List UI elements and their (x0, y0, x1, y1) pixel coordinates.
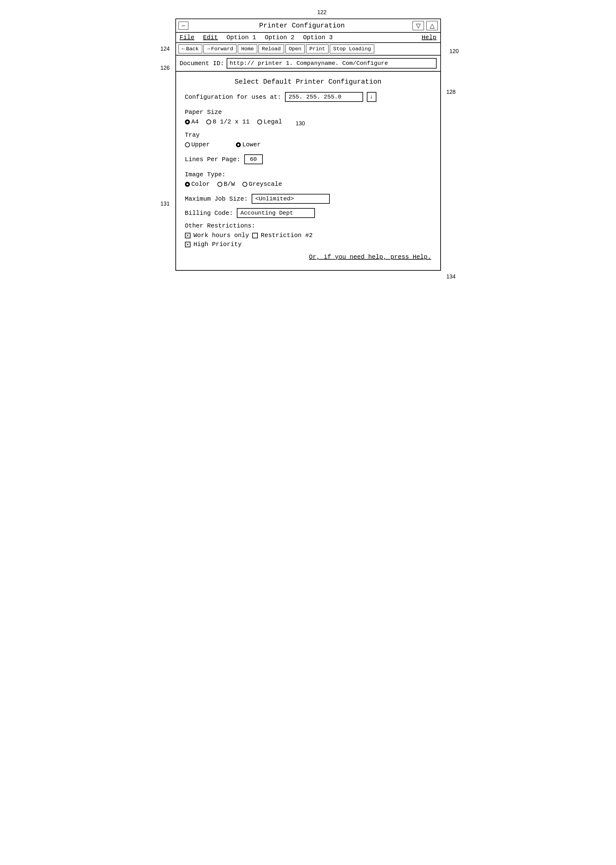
checkbox-work-hours-label: Work hours only (193, 232, 249, 239)
forward-button[interactable]: Forward (203, 44, 237, 53)
address-bar: Document ID: (176, 56, 440, 72)
radio-bw-label: B/W (224, 181, 235, 188)
config-label: Configuration for uses at: (185, 94, 281, 100)
paper-8x11-option[interactable]: 8 1/2 x 11 (206, 118, 250, 126)
back-button[interactable]: Back (179, 44, 202, 53)
radio-legal-label: Legal (264, 118, 282, 126)
label-122: 122 (317, 9, 327, 16)
help-text-content: Or, if you need help, press Help. (309, 253, 431, 261)
checkbox-restriction2-icon[interactable] (252, 233, 258, 238)
restrictions-label: Other Restrictions: (185, 222, 431, 229)
tray-upper-option[interactable]: Upper (185, 141, 210, 148)
lines-per-page-input[interactable] (244, 154, 263, 164)
radio-upper-icon (185, 142, 190, 147)
maximize-button[interactable]: △ (426, 21, 438, 30)
label-124: 124 (160, 46, 170, 52)
checkbox-work-hours-icon[interactable] (185, 233, 190, 238)
restrictions-group: Work hours only Restriction #2 High Prio… (185, 232, 431, 248)
checkbox-restriction2-label: Restriction #2 (261, 232, 313, 239)
menu-option1[interactable]: Option 1 (227, 34, 256, 41)
radio-color-icon (185, 182, 190, 187)
checkbox-high-priority-label: High Priority (193, 241, 242, 248)
window-title: Printer Configuration (192, 22, 412, 30)
radio-8x11-label: 8 1/2 x 11 (213, 118, 250, 126)
billing-code-row: Billing Code: (185, 208, 431, 218)
radio-upper-label: Upper (192, 141, 210, 148)
label-126: 126 (160, 65, 170, 71)
menu-bar: File Edit Option 1 Option 2 Option 3 Hel… (176, 33, 440, 43)
reload-button[interactable]: Reload (258, 44, 284, 53)
address-input[interactable] (227, 58, 437, 69)
back-label: Back (186, 46, 199, 52)
help-link[interactable]: Help (413, 253, 427, 261)
page-title: Select Default Printer Configuration (185, 78, 431, 86)
paper-size-group: A4 8 1/2 x 11 Legal (185, 118, 431, 126)
label-134: 134 (446, 273, 456, 280)
image-type-group: Color B/W Greyscale (185, 181, 431, 188)
lines-per-page-row: Lines Per Page: (185, 154, 431, 164)
max-job-size-row: Maximum Job Size: (185, 194, 431, 204)
restriction-row-1: Work hours only Restriction #2 (185, 232, 431, 239)
tray-group: Upper Lower (185, 141, 431, 148)
forward-arrow-icon (207, 46, 210, 52)
open-button[interactable]: Open (285, 44, 305, 53)
billing-code-label: Billing Code: (185, 210, 233, 217)
radio-greyscale-label: Greyscale (249, 181, 282, 188)
forward-label: Forward (211, 46, 233, 52)
title-bar: — Printer Configuration ▽ △ (176, 19, 440, 33)
image-color-option[interactable]: Color (185, 181, 210, 188)
radio-8x11-icon (206, 119, 211, 124)
radio-a4-label: A4 (192, 118, 199, 126)
address-label: Document ID: (180, 60, 224, 67)
max-job-size-input[interactable] (251, 194, 330, 204)
stop-loading-button[interactable]: Stop Loading (330, 44, 374, 53)
tray-lower-option[interactable]: Lower (236, 141, 261, 148)
minimize-button[interactable]: ▽ (413, 21, 424, 30)
window-menu-button[interactable]: — (179, 22, 189, 30)
window-controls: ▽ △ (413, 21, 438, 30)
radio-lower-label: Lower (242, 141, 261, 148)
menu-option3[interactable]: Option 3 (303, 34, 333, 41)
back-arrow-icon (182, 46, 185, 52)
print-button[interactable]: Print (306, 44, 328, 53)
image-type-label: Image Type: (185, 171, 431, 178)
image-greyscale-option[interactable]: Greyscale (242, 181, 282, 188)
label-131: 131 (160, 201, 170, 207)
label-130: 130 (296, 120, 305, 127)
label-128: 128 (446, 89, 456, 96)
toolbar: Back Forward Home Reload Open Print Stop… (176, 43, 440, 56)
radio-a4-icon (185, 119, 190, 124)
menu-file[interactable]: File (180, 34, 195, 41)
home-button[interactable]: Home (238, 44, 257, 53)
config-dropdown-button[interactable]: ↓ (367, 92, 376, 102)
radio-greyscale-icon (242, 182, 247, 187)
billing-code-input[interactable] (237, 208, 315, 218)
radio-legal-icon (257, 119, 262, 124)
menu-edit[interactable]: Edit (203, 34, 218, 41)
image-bw-option[interactable]: B/W (217, 181, 235, 188)
paper-size-label: Paper Size (185, 109, 431, 116)
max-job-size-label: Maximum Job Size: (185, 195, 248, 203)
help-text: Or, if you need help, press Help. (185, 253, 431, 261)
menu-help[interactable]: Help (421, 34, 436, 41)
label-120: 120 (449, 48, 459, 55)
restriction-row-2: High Priority (185, 241, 431, 248)
lines-per-page-label: Lines Per Page: (185, 156, 240, 163)
radio-bw-icon (217, 182, 222, 187)
config-row: Configuration for uses at: ↓ (185, 92, 431, 102)
tray-label: Tray (185, 132, 431, 139)
content-area: Select Default Printer Configuration Con… (176, 72, 440, 270)
menu-option2[interactable]: Option 2 (265, 34, 295, 41)
radio-color-label: Color (192, 181, 210, 188)
checkbox-high-priority-icon[interactable] (185, 242, 190, 247)
main-window: — Printer Configuration ▽ △ File Edit Op… (175, 19, 441, 271)
paper-legal-option[interactable]: Legal (257, 118, 282, 126)
paper-a4-option[interactable]: A4 (185, 118, 199, 126)
radio-lower-icon (236, 142, 241, 147)
config-input[interactable] (285, 92, 363, 102)
